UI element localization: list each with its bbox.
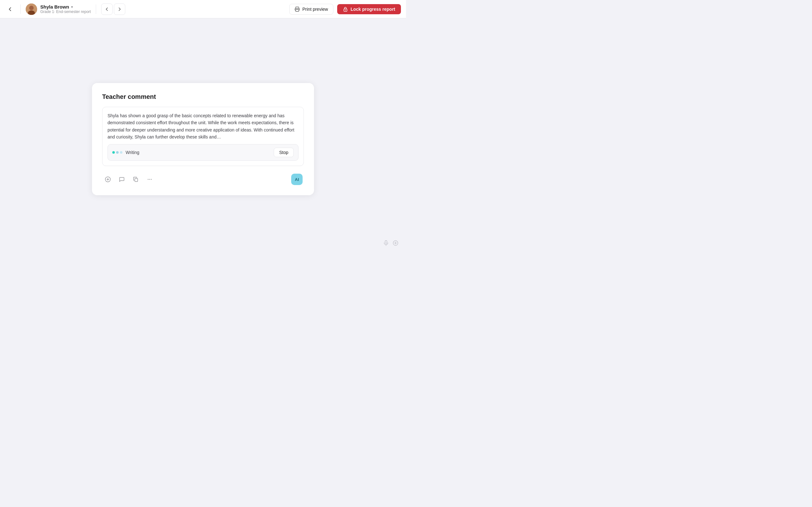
svg-rect-8	[135, 178, 138, 181]
svg-point-6	[345, 9, 346, 10]
header-right: Print preview Lock progress report	[289, 4, 401, 14]
header-divider	[20, 4, 20, 14]
lock-report-button[interactable]: Lock progress report	[337, 4, 401, 14]
expand-icon[interactable]	[393, 240, 398, 247]
toolbar: AI	[102, 171, 304, 185]
svg-point-1	[29, 6, 34, 10]
main-content: Teacher comment Shyla has shown a good g…	[0, 18, 406, 253]
svg-point-9	[148, 179, 149, 180]
svg-rect-12	[385, 240, 387, 243]
microphone-icon[interactable]	[383, 240, 389, 247]
lock-icon	[343, 7, 348, 12]
print-preview-label: Print preview	[302, 7, 328, 12]
writing-label: Writing	[125, 150, 139, 155]
header: Shyla Brown ▾ Grade 1· End-semester repo…	[0, 0, 406, 18]
comment-button[interactable]	[117, 175, 126, 184]
student-dropdown-icon: ▾	[71, 5, 73, 9]
header-left: Shyla Brown ▾ Grade 1· End-semester repo…	[5, 3, 125, 15]
comment-text: Shyla has shown a good grasp of the basi…	[107, 112, 299, 141]
writing-indicator: Writing Stop	[107, 144, 299, 161]
avatar	[26, 3, 37, 15]
svg-rect-4	[296, 9, 299, 11]
teacher-comment-card: Teacher comment Shyla has shown a good g…	[92, 83, 314, 195]
nav-next-button[interactable]	[114, 3, 125, 15]
comment-box: Shyla has shown a good grasp of the basi…	[102, 107, 304, 166]
lock-report-label: Lock progress report	[351, 7, 395, 12]
student-info[interactable]: Shyla Brown ▾ Grade 1· End-semester repo…	[26, 3, 91, 15]
dots-container	[112, 151, 122, 154]
svg-point-11	[151, 179, 152, 180]
svg-point-10	[149, 179, 150, 180]
bottom-icons	[383, 240, 398, 247]
student-name: Shyla Brown	[40, 4, 69, 9]
toolbar-left	[103, 175, 154, 184]
add-button[interactable]	[103, 175, 112, 184]
dot-3	[120, 151, 122, 154]
more-button[interactable]	[145, 175, 154, 184]
avatar-image	[26, 3, 37, 15]
nav-prev-button[interactable]	[101, 3, 113, 15]
dot-2	[116, 151, 119, 154]
nav-divider	[96, 4, 96, 14]
writing-left: Writing	[112, 150, 139, 155]
print-preview-button[interactable]: Print preview	[289, 4, 334, 14]
student-grade: Grade 1· End-semester report	[40, 9, 91, 14]
back-button[interactable]	[5, 4, 15, 14]
copy-button[interactable]	[131, 175, 140, 184]
ai-button[interactable]: AI	[291, 174, 303, 185]
svg-rect-3	[296, 7, 299, 9]
printer-icon	[295, 7, 300, 12]
dot-1	[112, 151, 115, 154]
student-details: Shyla Brown ▾ Grade 1· End-semester repo…	[40, 4, 91, 14]
stop-button[interactable]: Stop	[274, 148, 294, 157]
card-title: Teacher comment	[102, 93, 304, 101]
nav-buttons	[101, 3, 125, 15]
